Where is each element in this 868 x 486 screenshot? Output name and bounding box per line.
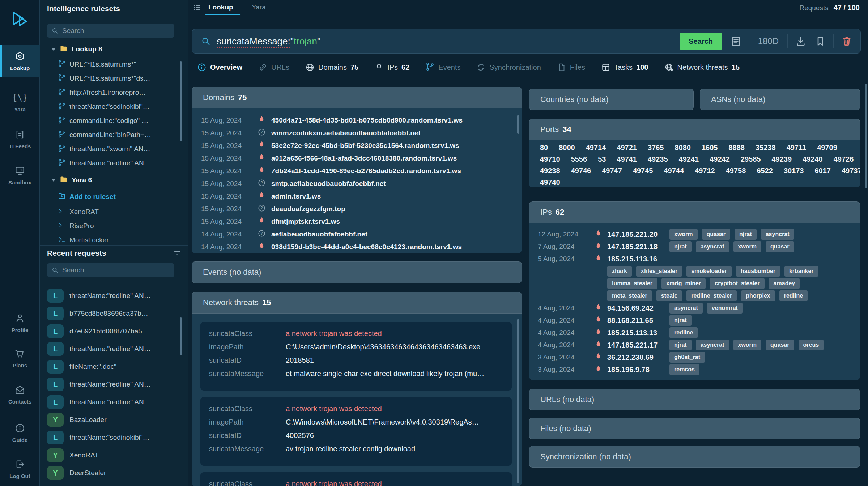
recent-scrollbar[interactable] <box>180 317 182 355</box>
query-report-icon[interactable] <box>730 35 742 47</box>
domains-scrollbar[interactable] <box>517 115 519 134</box>
malware-tag[interactable]: quasar <box>766 241 794 252</box>
port-value[interactable]: 8000 <box>559 144 575 152</box>
ruleset-item[interactable]: commandLine:"codigo" … <box>40 114 183 128</box>
malware-tag[interactable]: cryptbot_stealer <box>710 278 765 289</box>
yara-rule-item[interactable]: RisePro <box>40 219 183 233</box>
recent-request-item[interactable]: LthreatName:"sodinokibi"… <box>47 430 183 445</box>
app-logo[interactable] <box>0 3 40 38</box>
network-threat-card[interactable]: suricataClassa network trojan was detect… <box>200 397 512 466</box>
ruleset-item[interactable]: http://fresh1.ironorepro… <box>40 85 183 99</box>
malware-tag[interactable]: gh0st_rat <box>669 352 705 363</box>
rail-item-logout[interactable]: Log Out <box>0 453 40 485</box>
port-value[interactable]: 49235 <box>648 155 668 163</box>
malware-tag[interactable]: xworm <box>733 241 762 252</box>
ruleset-item[interactable]: commandLine:"binPath=… <box>40 128 183 142</box>
port-value[interactable]: 1605 <box>702 144 718 152</box>
ip-row[interactable]: 4 Aug, 202488.168.211.65njrat <box>529 314 860 327</box>
trash-icon[interactable] <box>841 35 852 47</box>
malware-tag[interactable]: njrat <box>669 241 692 252</box>
port-value[interactable]: 8888 <box>729 144 745 152</box>
port-value[interactable]: 49746 <box>571 167 591 175</box>
domain-row[interactable]: 15 Aug, 2024?wmmzcodukxm.aefiabeuodbauob… <box>192 127 522 139</box>
malware-tag[interactable]: orcus <box>799 340 824 350</box>
rail-item-ti-feeds[interactable]: TI Feeds <box>0 123 40 155</box>
port-value[interactable]: 49721 <box>617 144 637 152</box>
ruleset-item[interactable]: URL:"*l1s.saturn.ms*" <box>40 57 183 71</box>
ip-row[interactable]: 7 Aug, 2024147.185.221.18njratasyncratxw… <box>529 240 860 253</box>
recent-request-item[interactable]: LthreatName:"redline" AN… <box>47 377 183 392</box>
malware-tag[interactable]: xfiles_stealer <box>636 266 682 277</box>
port-value[interactable]: 49241 <box>679 155 699 163</box>
tab-domains[interactable]: Domains75 <box>305 63 358 72</box>
malware-tag[interactable]: quasar <box>702 229 730 240</box>
malware-tag[interactable]: redline_stealer <box>686 290 737 301</box>
port-value[interactable]: 49745 <box>633 167 653 175</box>
ruleset-item[interactable]: URL:"*l1s.saturn.ms*"ds… <box>40 71 183 85</box>
tab-urls[interactable]: URLs <box>258 63 289 72</box>
recent-request-item[interactable]: Lb775cd8be83696ca37b… <box>47 306 183 321</box>
port-value[interactable]: 49737 <box>842 167 860 175</box>
ip-row[interactable]: 3 Aug, 2024185.196.9.78remcos <box>529 363 860 376</box>
malware-tag[interactable]: njrat <box>669 340 692 350</box>
port-value[interactable]: 49712 <box>695 167 715 175</box>
malware-tag[interactable]: redline <box>669 327 698 338</box>
malware-tag[interactable]: asyncrat <box>669 303 703 314</box>
ip-row[interactable]: 5 Aug, 2024185.215.113.16 <box>529 253 860 265</box>
recent-request-item[interactable]: YDeerStealer <box>47 465 183 481</box>
malware-tag[interactable]: quasar <box>766 340 794 350</box>
domain-row[interactable]: 15 Aug, 2024?smtp.aefiabeuodbauobfafoebb… <box>192 177 522 190</box>
domain-row[interactable]: 15 Aug, 2024dfmtjmptskr.tsrv1.ws <box>192 215 522 228</box>
top-tab-yara[interactable]: Yara <box>252 3 266 11</box>
recent-request-item[interactable]: LfileName:".doc" <box>47 359 183 374</box>
domain-row[interactable]: 15 Aug, 2024admin.tsrv1.ws <box>192 190 522 202</box>
malware-tag[interactable]: phorpiex <box>741 290 775 301</box>
malware-tag[interactable]: amadey <box>769 278 800 289</box>
port-value[interactable]: 49242 <box>710 155 730 163</box>
ruleset-item[interactable]: threatName:"redline" AN… <box>40 156 183 170</box>
domain-row[interactable]: 14 Aug, 2024038d159d-b3bc-44dd-a0c4-bec6… <box>192 240 522 253</box>
port-value[interactable]: 49744 <box>664 167 684 175</box>
tab-tasks[interactable]: Tasks100 <box>601 63 648 72</box>
folder-lookup[interactable]: Lookup 8 <box>40 43 188 56</box>
port-value[interactable]: 49709 <box>817 144 837 152</box>
port-value[interactable]: 30173 <box>784 167 804 175</box>
rail-item-guide[interactable]: Guide <box>0 417 40 449</box>
port-value[interactable]: 49758 <box>726 167 746 175</box>
port-value[interactable]: 49741 <box>617 155 637 163</box>
tab-synchronization[interactable]: Synchronization <box>476 63 541 72</box>
recent-request-item[interactable]: YXenoRAT <box>47 448 183 463</box>
rail-item-yara[interactable]: {\}Yara <box>0 86 40 119</box>
domain-row[interactable]: 15 Aug, 202453e2e72e-92ec-45bd-b5bf-5230… <box>192 139 522 152</box>
malware-tag[interactable]: asyncrat <box>696 340 729 350</box>
recent-search-input[interactable]: Search <box>47 263 174 277</box>
recent-request-item[interactable]: Ld7e6921bfd008f707ba5… <box>47 324 183 339</box>
period-selector[interactable]: 180D <box>758 36 779 46</box>
ruleset-item[interactable]: threatName:"xworm" AN… <box>40 142 183 156</box>
port-value[interactable]: 53 <box>598 155 606 163</box>
tab-network-threats[interactable]: Network threats15 <box>664 63 740 72</box>
malware-tag[interactable]: njrat <box>735 229 757 240</box>
malware-tag[interactable]: asyncrat <box>696 241 729 252</box>
port-value[interactable]: 49747 <box>602 167 622 175</box>
malware-tag[interactable]: njrat <box>669 315 692 326</box>
port-value[interactable]: 49714 <box>586 144 606 152</box>
malware-tag[interactable]: xworm <box>669 229 698 240</box>
yara-rule-item[interactable]: XenoRAT <box>40 205 183 219</box>
port-value[interactable]: 8080 <box>675 144 691 152</box>
ip-row[interactable]: 4 Aug, 2024147.185.221.17njratasyncratxw… <box>529 339 860 351</box>
rail-item-profile[interactable]: Profile <box>0 307 40 339</box>
port-value[interactable]: 6522 <box>757 167 773 175</box>
filter-icon[interactable] <box>173 249 182 257</box>
top-tab-lookup[interactable]: Lookup <box>208 3 233 11</box>
malware-tag[interactable]: venomrat <box>707 303 743 314</box>
port-value[interactable]: 35238 <box>756 144 776 152</box>
ruleset-item[interactable]: threatName:"sodinokibi"… <box>40 99 183 114</box>
rail-item-plans[interactable]: Plans <box>0 342 40 375</box>
malware-tag[interactable]: redline <box>779 290 808 301</box>
malware-tag[interactable]: xmrig_miner <box>661 278 706 289</box>
ip-row[interactable]: 4 Aug, 202494.156.69.242asyncratvenomrat <box>529 302 860 314</box>
malware-tag[interactable]: remcos <box>669 364 699 375</box>
ip-row[interactable]: 3 Aug, 202436.212.238.69gh0st_rat <box>529 351 860 363</box>
recent-request-item[interactable]: LthreatName:"redline" AN… <box>47 341 183 357</box>
